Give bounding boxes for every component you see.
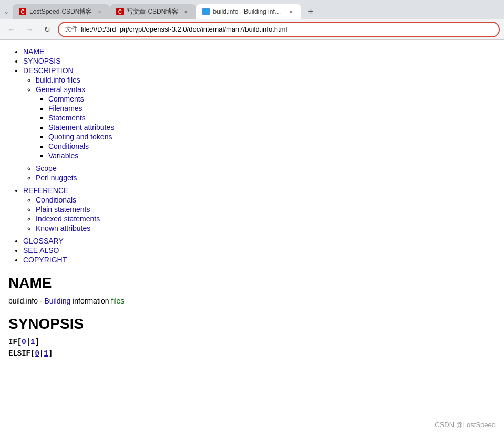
toc-link-generalsyntax[interactable]: General syntax	[36, 85, 85, 94]
tab-1-close[interactable]: ×	[95, 7, 104, 16]
toc-item-statements: Statements	[48, 114, 496, 122]
synopsis-heading: SYNOPSIS	[8, 316, 496, 332]
toc-item-quoting: Quoting and tokens	[48, 133, 496, 141]
toc-link-statements[interactable]: Statements	[48, 114, 86, 122]
toc-link-quoting[interactable]: Quoting and tokens	[48, 133, 112, 141]
synopsis-if-open: [	[17, 338, 22, 346]
toc-link-perl[interactable]: Perl nuggets	[36, 174, 77, 182]
toc-item-buildinfo: build.info files	[36, 76, 496, 84]
synopsis-if-prefix: IF	[8, 338, 17, 346]
toc-item-synopsis: SYNOPSIS	[23, 57, 496, 65]
toc-item-comments: Comments	[48, 95, 496, 103]
toc-link-seealso[interactable]: SEE ALSO	[23, 246, 59, 255]
toc-link-description[interactable]: DESCRIPTION	[23, 66, 74, 75]
synopsis-if-0[interactable]: 0	[22, 338, 26, 346]
toc-item-plain-statements: Plain statements	[36, 205, 496, 214]
back-button[interactable]: ←	[4, 22, 19, 37]
name-body-files: files	[111, 297, 124, 305]
tab-bar: ⌄ C LostSpeed-CSDN博客 × C 写文章-CSDN博客 × 🌐 …	[0, 0, 504, 19]
toc-item-ref-conditionals: Conditionals	[36, 196, 496, 204]
tab-3[interactable]: 🌐 build.info - Building informat ×	[196, 4, 301, 19]
toc-link-buildinfo[interactable]: build.info files	[36, 76, 80, 84]
toc-link-copyright[interactable]: COPYRIGHT	[23, 256, 67, 264]
synopsis-elsif-0[interactable]: 0	[35, 349, 39, 358]
toc-link-ref-conditionals[interactable]: Conditionals	[36, 196, 76, 204]
toc-link-filenames[interactable]: Filenames	[48, 104, 83, 113]
toc-link-statement-attributes[interactable]: Statement attributes	[48, 123, 114, 131]
toc-item-known-attributes: Known attributes	[36, 224, 496, 232]
url-text: file:///D:/3rd_prj/crypt/openssl-3.2.0/d…	[81, 25, 492, 33]
tab-1-favicon: C	[19, 8, 26, 15]
tab-2-close[interactable]: ×	[181, 7, 190, 16]
toc-item-generalsyntax: General syntax Comments Filenames Statem…	[36, 85, 496, 160]
tab-3-label: build.info - Building informat	[213, 8, 283, 15]
toc-item-indexed-statements: Indexed statements	[36, 215, 496, 223]
name-heading: NAME	[8, 275, 496, 291]
toc-link-synopsis[interactable]: SYNOPSIS	[23, 57, 61, 65]
tab-2-favicon: C	[116, 8, 124, 15]
synopsis-elsif-line: ELSIF[0|1]	[8, 349, 496, 358]
url-prefix: 文件	[65, 25, 78, 34]
tab-1-label: LostSpeed-CSDN博客	[29, 7, 92, 16]
toc-description-sub: build.info files General syntax Comments…	[23, 76, 496, 182]
toc-link-name[interactable]: NAME	[23, 47, 44, 56]
toc-item-glossary: GLOSSARY	[23, 237, 496, 245]
name-body-building: Building	[45, 297, 71, 305]
toc-item-perl: Perl nuggets	[36, 174, 496, 182]
toc-item-description: DESCRIPTION build.info files General syn…	[23, 66, 496, 182]
watermark: CSDN @LostSpeed	[435, 421, 496, 429]
reload-button[interactable]: ↻	[40, 22, 55, 37]
new-tab-button[interactable]: +	[303, 4, 318, 19]
browser-chrome: ⌄ C LostSpeed-CSDN博客 × C 写文章-CSDN博客 × 🌐 …	[0, 0, 504, 40]
toc-item-conditionals: Conditionals	[48, 142, 496, 150]
tab-1[interactable]: C LostSpeed-CSDN博客 ×	[13, 4, 110, 19]
toc-item-name: NAME	[23, 47, 496, 56]
toc-link-plain-statements[interactable]: Plain statements	[36, 205, 90, 214]
tab-2[interactable]: C 写文章-CSDN博客 ×	[110, 4, 196, 19]
address-bar: ← → ↻ 文件 file:///D:/3rd_prj/crypt/openss…	[0, 19, 504, 40]
synopsis-elsif-1[interactable]: 1	[44, 349, 48, 358]
name-body-information: information	[70, 297, 111, 305]
name-body: build.info - Building information files	[8, 297, 496, 305]
toc-link-known-attributes[interactable]: Known attributes	[36, 224, 90, 232]
toc-item-statement-attributes: Statement attributes	[48, 123, 496, 131]
tab-scroll-button[interactable]: ⌄	[0, 4, 13, 19]
toc-link-variables[interactable]: Variables	[48, 151, 78, 160]
toc-item-reference: REFERENCE Conditionals Plain statements …	[23, 186, 496, 232]
toc-item-scope: Scope	[36, 164, 496, 173]
toc-reference-sub: Conditionals Plain statements Indexed st…	[23, 196, 496, 232]
tab-2-label: 写文章-CSDN博客	[127, 7, 178, 16]
toc-link-glossary[interactable]: GLOSSARY	[23, 237, 64, 245]
toc-item-copyright: COPYRIGHT	[23, 256, 496, 264]
toc-link-reference[interactable]: REFERENCE	[23, 186, 68, 195]
toc-link-conditionals[interactable]: Conditionals	[48, 142, 89, 150]
toc-generalsyntax-sub: Comments Filenames Statements Statement …	[36, 95, 496, 160]
toc-link-scope[interactable]: Scope	[36, 164, 57, 173]
synopsis-if-sep: |	[26, 338, 30, 346]
toc-item-filenames: Filenames	[48, 104, 496, 113]
toc-item-seealso: SEE ALSO	[23, 246, 496, 255]
toc-link-comments[interactable]: Comments	[48, 95, 84, 103]
toc: NAME SYNOPSIS DESCRIPTION build.info fil…	[8, 47, 496, 264]
name-body-prefix: build.info	[8, 297, 38, 305]
toc-link-indexed-statements[interactable]: Indexed statements	[36, 215, 100, 223]
tab-3-favicon: 🌐	[202, 8, 210, 15]
synopsis-if-line: IF[0|1]	[8, 338, 496, 346]
forward-button[interactable]: →	[22, 22, 37, 37]
synopsis-elsif-prefix: ELSIF	[8, 349, 30, 358]
url-box[interactable]: 文件 file:///D:/3rd_prj/crypt/openssl-3.2.…	[58, 22, 500, 37]
toc-item-variables: Variables	[48, 151, 496, 160]
synopsis-elsif-sep: |	[39, 349, 44, 358]
synopsis-elsif-close: ]	[48, 349, 53, 358]
tab-3-close[interactable]: ×	[286, 7, 295, 16]
synopsis-if-close: ]	[35, 338, 39, 346]
page-content: NAME SYNOPSIS DESCRIPTION build.info fil…	[0, 40, 504, 435]
name-body-mid: -	[38, 297, 44, 305]
